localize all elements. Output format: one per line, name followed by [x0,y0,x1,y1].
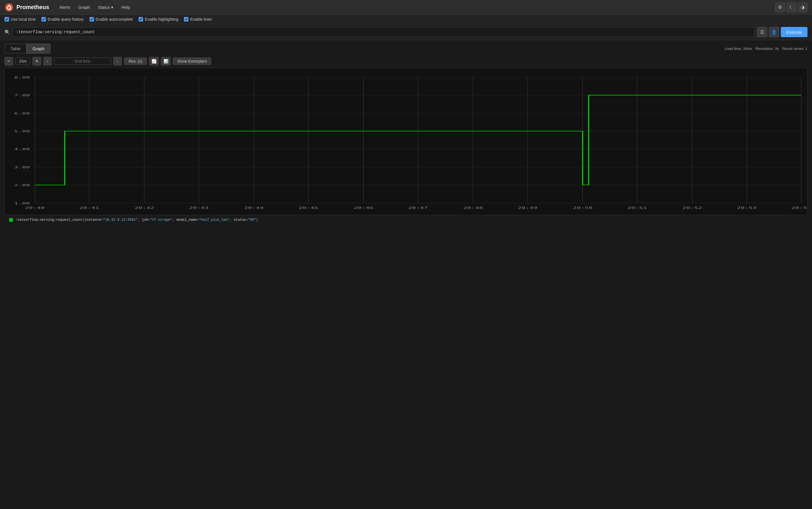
svg-text:20:41: 20:41 [79,206,99,210]
svg-text:1.00: 1.00 [14,201,30,205]
svg-text:20:51: 20:51 [627,206,647,210]
load-time: Load time: 34ms [725,46,752,51]
query-action-buttons: ☰ 👤 Execute [757,27,808,37]
svg-text:20:48: 20:48 [463,206,483,210]
use-local-time-checkbox[interactable]: Use local time [4,17,36,22]
svg-text:6.00: 6.00 [14,111,30,115]
chevron-down-icon: ▾ [111,5,113,10]
nav-links: Alerts Graph Status ▾ Help [56,3,134,12]
graph-controls: − 15m + ‹ › Res. (s) 📈 📊 Show Exemplars [4,57,808,65]
nav-help[interactable]: Help [118,3,134,11]
tabs-row: Table Graph Load time: 34ms Resolution: … [4,44,808,54]
options-toolbar: Use local time Enable query history Enab… [0,15,812,24]
svg-text:20:50: 20:50 [573,206,593,210]
legend: :tensorflow:serving:request_count{instan… [4,215,808,225]
metrics-explorer-icon[interactable]: 👤 [769,27,779,37]
svg-rect-2 [5,71,35,209]
legend-color-swatch [9,218,13,222]
svg-text:20:44: 20:44 [244,206,264,210]
svg-text:20:49: 20:49 [518,206,537,210]
contrast-mode-icon[interactable]: ◑ [798,3,808,12]
show-exemplars-button[interactable]: Show Exemplars [173,58,211,65]
next-time-button[interactable]: › [113,57,122,65]
svg-point-1 [8,6,10,9]
prev-time-button[interactable]: ‹ [43,57,52,65]
svg-text:8.00: 8.00 [14,75,30,79]
query-input[interactable] [12,27,755,37]
svg-text:20:54: 20:54 [791,206,807,210]
enable-linter-checkbox[interactable]: Enable linter [184,17,212,22]
theme-buttons: ⚙ ☾ ◑ [775,3,808,12]
nav-alerts[interactable]: Alerts [56,3,74,11]
dark-mode-icon[interactable]: ☾ [786,3,796,12]
svg-text:5.00: 5.00 [14,129,30,133]
view-tabs: Table Graph [4,44,50,54]
svg-text:20:53: 20:53 [737,206,757,210]
chart-svg: .grid-line { stroke: #2a2a2a; stroke-wid… [5,71,807,215]
range-value[interactable]: 15m [15,58,30,65]
svg-text:20:40: 20:40 [25,206,45,210]
stacked-chart-icon[interactable]: 📊 [161,57,171,65]
svg-text:20:52: 20:52 [682,206,702,210]
prometheus-logo-icon [4,3,13,12]
nav-status[interactable]: Status ▾ [95,3,117,12]
tab-table[interactable]: Table [4,44,27,54]
app-title: Prometheus [16,4,49,10]
format-icon[interactable]: ☰ [757,27,767,37]
legend-label: :tensorflow:serving:request_count{instan… [15,218,258,222]
line-chart-icon[interactable]: 📈 [149,57,158,65]
nav-graph[interactable]: Graph [75,3,94,11]
svg-text:20:42: 20:42 [134,206,154,210]
search-icon: 🔍 [4,30,10,35]
svg-text:3.00: 3.00 [14,165,30,169]
enable-query-history-checkbox[interactable]: Enable query history [41,17,84,22]
enable-autocomplete-checkbox[interactable]: Enable autocomplete [90,17,133,22]
query-bar: 🔍 ☰ 👤 Execute [0,24,812,40]
tab-graph[interactable]: Graph [27,44,50,54]
navbar: Prometheus Alerts Graph Status ▾ Help ⚙ … [0,0,812,15]
svg-text:2.00: 2.00 [14,183,30,187]
enable-highlighting-checkbox[interactable]: Enable highlighting [139,17,178,22]
result-series: Result series: 1 [782,46,808,51]
meta-info: Load time: 34ms Resolution: 3s Result se… [725,46,808,51]
increase-range-button[interactable]: + [33,57,41,65]
main-content: Table Graph Load time: 34ms Resolution: … [0,40,812,228]
end-time-input[interactable] [54,58,111,65]
resolution-button[interactable]: Res. (s) [124,58,147,65]
svg-text:20:46: 20:46 [354,206,374,210]
settings-icon[interactable]: ⚙ [775,3,785,12]
svg-text:20:43: 20:43 [189,206,209,210]
svg-text:20:47: 20:47 [408,206,428,210]
svg-text:20:45: 20:45 [298,206,318,210]
resolution: Resolution: 3s [755,46,779,51]
decrease-range-button[interactable]: − [4,57,13,65]
execute-button[interactable]: Execute [781,27,808,37]
svg-text:7.00: 7.00 [14,93,30,97]
svg-text:4.00: 4.00 [14,147,30,151]
chart-container: .grid-line { stroke: #2a2a2a; stroke-wid… [4,68,808,215]
